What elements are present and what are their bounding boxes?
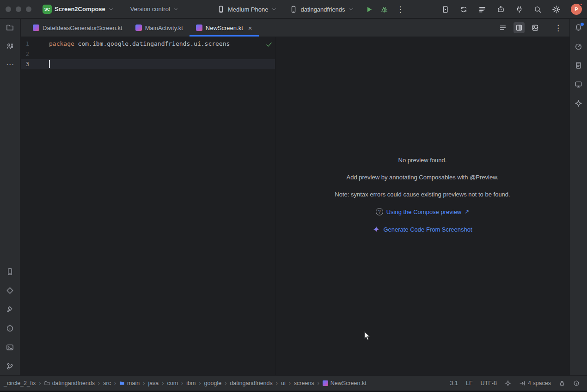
line-number[interactable]: 1 [21,39,49,49]
generate-code-link-text[interactable]: Generate Code From Screenshot [383,226,472,233]
indent-widget[interactable]: 4 spaces [519,380,551,386]
debug-button[interactable] [380,6,388,13]
close-tab-icon[interactable]: × [248,24,252,31]
search-icon[interactable] [534,6,542,13]
sync-project-icon[interactable] [460,6,468,13]
compose-preview-link-text[interactable]: Using the Compose preview [386,208,462,215]
device-connection-icon[interactable] [515,6,523,13]
tab-dateideasgeneratorscreen[interactable]: DateIdeasGeneratorScreen.kt [26,19,129,37]
tab-mainactivity[interactable]: MainActivity.kt [129,19,190,37]
compose-preview-help-link[interactable]: ? Using the Compose preview ↗ [376,208,470,215]
left-tool-strip: ⋯ [0,19,20,375]
breadcrumb-separator: › [162,380,164,386]
app-device-icon [290,6,297,13]
breadcrumb-item[interactable]: datingandfriends [44,380,95,386]
project-folder-icon[interactable] [6,24,14,31]
resource-manager-icon[interactable] [6,287,14,294]
user-avatar[interactable]: P [571,4,582,15]
breadcrumb-separator: › [98,380,100,386]
code-editor[interactable]: 1 package com.ibm.google.datingandfriend… [21,37,275,375]
breadcrumb-item[interactable]: main [119,380,140,386]
run-button[interactable] [365,6,373,13]
breadcrumb-item[interactable]: ibm [186,380,196,386]
window-controls [0,6,31,12]
version-control-widget[interactable]: Version control [130,6,178,12]
code-mode-icon [499,24,507,31]
inspections-ok-icon[interactable] [265,41,273,48]
split-mode-button[interactable] [514,22,525,33]
settings-gear-icon[interactable] [552,6,560,13]
titlebar-right-actions: P [441,0,582,18]
terminal-icon[interactable] [6,343,14,351]
window-close-button[interactable] [6,6,11,12]
breadcrumb-item[interactable]: src [103,380,111,386]
code-mode-button[interactable] [497,22,508,33]
pull-requests-icon[interactable] [6,43,14,50]
breadcrumb-separator: › [225,380,226,386]
breadcrumb-item[interactable]: java [148,380,159,386]
breadcrumb-separator: › [39,380,41,386]
run-configuration-selector[interactable]: datingandfriends [290,6,354,13]
breadcrumb-item[interactable]: screens [294,380,314,386]
git-branch-icon[interactable] [6,362,14,370]
window-minimize-button[interactable] [16,6,21,12]
more-tool-windows-icon[interactable]: ⋯ [6,61,14,68]
text-caret [49,60,50,68]
project-widget[interactable]: SC Screen2Compose [43,5,114,14]
right-tool-strip [569,19,587,375]
generate-code-link[interactable]: Generate Code From Screenshot [373,226,472,233]
logcat-icon[interactable] [478,6,486,13]
compose-preview-panel: No preview found. Add preview by annotat… [275,37,569,375]
problems-icon[interactable] [6,325,14,332]
source-root-icon [119,380,125,386]
line-number[interactable]: 2 [21,49,49,59]
chevron-down-icon [108,6,114,12]
notifications-button[interactable] [575,24,582,31]
tab-newscreen[interactable]: NewScreen.kt × [190,19,259,37]
phone-icon [217,6,225,13]
device-manager-icon[interactable] [6,268,14,276]
breadcrumb: _circle_2_fix › datingandfriends › src ›… [4,380,367,386]
line-number[interactable]: 3 [21,59,49,69]
profiler-icon[interactable] [575,43,582,50]
breadcrumb-item[interactable]: datingandfriends [230,380,272,386]
breadcrumb-item[interactable]: com [167,380,178,386]
encoding-widget[interactable]: UTF-8 [481,380,497,386]
more-actions-icon[interactable]: ⋮ [397,6,404,13]
breadcrumb-item-file[interactable]: NewScreen.kt [323,380,367,386]
device-selector[interactable]: Medium Phone [217,6,277,13]
caret-position-widget[interactable]: 3:1 [450,380,458,386]
module-icon [44,380,50,386]
breadcrumb-item[interactable]: ui [281,380,286,386]
window-zoom-button[interactable] [26,6,31,12]
code-line: package com.ibm.google.datingandfriends.… [49,39,230,49]
breadcrumb-separator: › [289,380,291,386]
breadcrumb-item[interactable]: google [204,380,222,386]
kotlin-file-icon [33,24,39,31]
emulator-icon[interactable] [575,80,582,88]
breadcrumb-separator: › [199,380,201,386]
breadcrumb-separator: › [276,380,278,386]
line-separator-widget[interactable]: LF [466,380,473,386]
version-control-label: Version control [130,6,170,12]
gemini-status-icon[interactable] [505,380,511,386]
add-preview-message: Add preview by annotating Composables wi… [347,174,499,181]
help-circle-icon: ? [376,208,383,215]
notification-badge [580,3,583,6]
status-bar-widgets: 3:1 LF UTF-8 4 spaces [450,380,587,386]
build-icon[interactable] [6,306,14,313]
running-devices-icon[interactable] [441,6,449,13]
syntax-note-message: Note: syntax errors could cause existing… [335,191,510,198]
studio-bot-icon[interactable] [497,6,505,13]
write-access-lock-icon[interactable] [559,380,565,386]
editor-more-options-icon[interactable]: ⋮ [554,24,562,32]
info-icon[interactable] [573,380,580,386]
project-name: Screen2Compose [55,6,105,12]
split-mode-icon [515,24,523,31]
design-mode-button[interactable] [530,22,541,33]
breadcrumb-item[interactable]: _circle_2_fix [4,380,36,386]
device-explorer-icon[interactable] [575,61,582,69]
keyword-token: package [49,40,74,47]
avatar-initial: P [575,6,578,12]
gemini-icon[interactable] [575,99,582,107]
